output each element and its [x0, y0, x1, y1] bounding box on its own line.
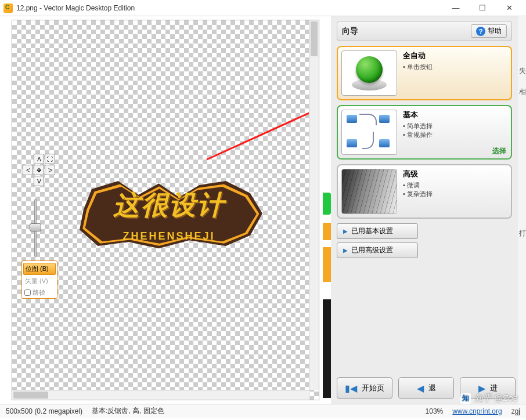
- path-label: 路径: [33, 288, 45, 297]
- back-button[interactable]: ◀ 退: [398, 377, 454, 399]
- minimize-button[interactable]: —: [442, 0, 469, 16]
- wizard-title: 向导: [342, 26, 358, 37]
- window-title: 12.png - Vector Magic Desktop Edition: [16, 4, 442, 12]
- pan-up-button[interactable]: ᐱ: [34, 154, 44, 164]
- auto-thumb: [341, 50, 397, 96]
- zhihu-icon: 知: [460, 393, 471, 404]
- used-advanced-settings-button[interactable]: ▶ 已用高级设置: [337, 242, 418, 258]
- help-button[interactable]: ? 帮助: [471, 24, 507, 38]
- wizard-panel: 向导 ? 帮助 全自动 单击按钮: [331, 16, 518, 404]
- maximize-button[interactable]: ☐: [469, 0, 496, 16]
- basic-thumb: [341, 110, 397, 155]
- option-advanced[interactable]: 高级 微调 复杂选择: [337, 164, 512, 219]
- edge-strip: 失 相 打: [518, 16, 526, 404]
- titlebar: 12.png - Vector Magic Desktop Edition — …: [0, 0, 526, 16]
- path-checkbox[interactable]: [24, 289, 31, 296]
- play-icon: ▶: [343, 247, 348, 254]
- canvas-pane: 这很设计 ZHEHENSHEJI ᐱ ⛶ ᐸ ✥ ᐳ ᐯ 位图 (B) 矢量 (…: [6, 16, 323, 404]
- vector-mode-button[interactable]: 矢量 (V): [23, 276, 56, 287]
- app-icon: [3, 3, 13, 13]
- view-mode-box: 位图 (B) 矢量 (V) 路径: [21, 260, 57, 299]
- pan-left-button[interactable]: ᐸ: [23, 165, 33, 175]
- watermark: 知 知乎 @Zoe: [460, 393, 518, 404]
- option-basic[interactable]: 基本 简单选择 常规操作 选择: [337, 105, 512, 160]
- advanced-thumb: [341, 169, 397, 214]
- option-title: 全自动: [403, 50, 507, 61]
- help-icon: ?: [476, 27, 485, 36]
- pan-down-button[interactable]: ᐯ: [34, 176, 44, 186]
- vertical-scrollbar[interactable]: [309, 20, 319, 390]
- status-bar: 500x500 (0.2 megapixel) 基本:反锯齿, 高, 固定色 1…: [0, 404, 526, 418]
- status-user: zgj: [511, 407, 520, 415]
- close-button[interactable]: ✕: [496, 0, 523, 16]
- horizontal-scrollbar[interactable]: [12, 390, 309, 400]
- home-button[interactable]: ▮◀ 开始页: [337, 377, 392, 399]
- back-icon: ◀: [417, 383, 424, 394]
- status-info: 基本:反锯齿, 高, 固定色: [92, 406, 164, 416]
- status-link[interactable]: www.cnprint.org: [452, 407, 502, 415]
- pan-controls: ᐱ ⛶ ᐸ ✥ ᐳ ᐯ: [23, 154, 55, 186]
- side-strip: [323, 16, 331, 404]
- pan-center-button[interactable]: ✥: [34, 165, 44, 175]
- bitmap-mode-button[interactable]: 位图 (B): [23, 263, 56, 275]
- used-basic-settings-button[interactable]: ▶ 已用基本设置: [337, 223, 418, 239]
- forward-icon: ▶: [478, 383, 485, 394]
- fit-button[interactable]: ⛶: [45, 154, 55, 164]
- option-auto[interactable]: 全自动 单击按钮: [337, 46, 512, 100]
- image-content: 这很设计 ZHEHENSHEJI: [67, 177, 271, 258]
- play-icon: ▶: [343, 228, 348, 234]
- selected-tag: 选择: [492, 146, 506, 156]
- zoom-slider-thumb[interactable]: [30, 223, 41, 231]
- home-icon: ▮◀: [345, 383, 357, 394]
- status-dimensions: 500x500 (0.2 megapixel): [6, 407, 82, 415]
- status-zoom: 103%: [426, 407, 444, 415]
- pan-right-button[interactable]: ᐳ: [45, 165, 55, 175]
